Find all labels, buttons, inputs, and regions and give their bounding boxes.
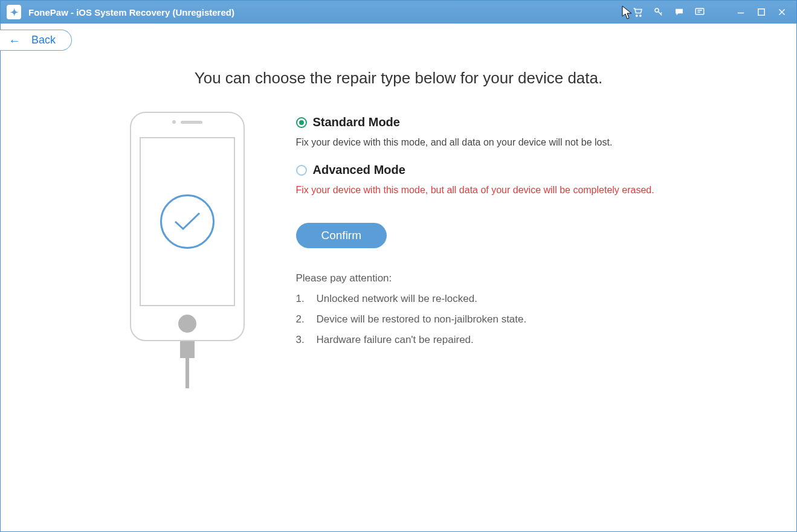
- svg-point-2: [655, 8, 659, 12]
- chat-icon[interactable]: [673, 6, 685, 18]
- attention-item: 3. Hardware failure can't be repaired.: [296, 334, 683, 346]
- svg-point-5: [680, 11, 682, 12]
- page-heading: You can choose the repair type below for…: [25, 69, 772, 88]
- close-icon[interactable]: [776, 6, 788, 18]
- checkmark-icon: [160, 194, 215, 249]
- cart-icon[interactable]: [632, 6, 644, 18]
- radio-unchecked-icon: [296, 165, 307, 176]
- back-label: Back: [31, 34, 56, 46]
- app-logo: ✦: [7, 5, 21, 19]
- standard-mode-desc: Fix your device with this mode, and all …: [296, 135, 683, 150]
- mode-advanced: Advanced Mode Fix your device with this …: [296, 163, 683, 197]
- svg-rect-6: [695, 8, 704, 14]
- svg-point-3: [677, 11, 679, 12]
- attention-item: 1. Unlocked network will be re-locked.: [296, 293, 683, 305]
- attention-title: Please pay attention:: [296, 272, 683, 284]
- titlebar: ✦ FonePaw - iOS System Recovery (Unregis…: [1, 1, 796, 24]
- maximize-icon[interactable]: [755, 6, 767, 18]
- svg-rect-7: [758, 9, 765, 16]
- radio-standard-mode[interactable]: Standard Mode: [296, 115, 683, 129]
- mode-standard: Standard Mode Fix your device with this …: [296, 115, 683, 150]
- device-illustration: [115, 112, 260, 388]
- svg-point-4: [679, 11, 680, 12]
- confirm-button[interactable]: Confirm: [296, 223, 387, 248]
- advanced-mode-desc: Fix your device with this mode, but all …: [296, 183, 683, 197]
- radio-checked-icon: [296, 117, 307, 128]
- back-button[interactable]: ← Back: [0, 30, 72, 51]
- back-arrow-icon: ←: [8, 34, 21, 46]
- advanced-mode-title: Advanced Mode: [313, 163, 405, 177]
- app-title: FonePaw - iOS System Recovery (Unregiste…: [28, 7, 234, 18]
- attention-section: Please pay attention: 1. Unlocked networ…: [296, 272, 683, 346]
- svg-point-0: [636, 15, 637, 16]
- standard-mode-title: Standard Mode: [313, 115, 400, 129]
- app-window: ✦ FonePaw - iOS System Recovery (Unregis…: [0, 0, 797, 532]
- feedback-icon[interactable]: [694, 6, 706, 18]
- minimize-icon[interactable]: [735, 6, 747, 18]
- svg-point-1: [640, 15, 641, 16]
- titlebar-icons: [632, 6, 796, 18]
- key-icon[interactable]: [653, 6, 665, 18]
- radio-advanced-mode[interactable]: Advanced Mode: [296, 163, 683, 177]
- attention-item: 2. Device will be restored to non-jailbr…: [296, 313, 683, 325]
